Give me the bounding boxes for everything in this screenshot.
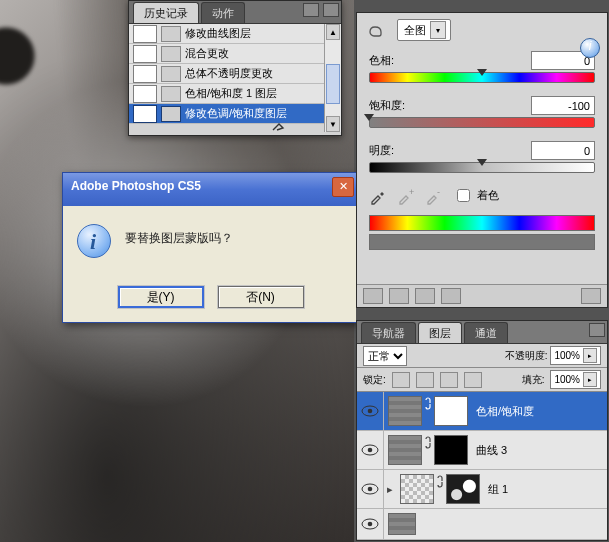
mask-thumbnail[interactable]	[446, 474, 480, 504]
spectrum-top	[369, 215, 595, 231]
visibility-icon[interactable]	[441, 288, 461, 304]
tab-history[interactable]: 历史记录	[133, 2, 199, 23]
layer-name[interactable]: 组 1	[484, 482, 508, 497]
layer-name[interactable]: 曲线 3	[472, 443, 507, 458]
link-icon[interactable]	[423, 435, 433, 453]
opacity-input[interactable]: 100% ▸	[550, 346, 601, 365]
reset-icon[interactable]	[415, 288, 435, 304]
history-scrollbar[interactable]: ▲ ▼	[324, 24, 341, 132]
history-item-label: 总体不透明度更改	[185, 66, 273, 81]
layer-row[interactable]	[357, 509, 607, 540]
layer-thumbnail[interactable]	[388, 513, 416, 535]
no-button[interactable]: 否(N)	[218, 286, 304, 308]
saturation-label: 饱和度:	[369, 98, 405, 113]
opacity-value: 100%	[554, 350, 580, 361]
history-item-selected[interactable]: 修改色调/饱和度图层	[129, 104, 324, 124]
tab-layers[interactable]: 图层	[418, 322, 462, 343]
eyedropper-icon[interactable]	[369, 187, 387, 205]
scroll-thumb[interactable]	[326, 64, 340, 104]
layer-thumbnail[interactable]	[388, 435, 422, 465]
colorize-checkbox[interactable]: 着色	[453, 186, 499, 205]
layer-row[interactable]: 色相/饱和度	[357, 392, 607, 431]
hand-icon[interactable]	[365, 19, 387, 41]
history-step-icon	[161, 26, 181, 42]
history-item[interactable]: 混合更改	[129, 44, 324, 64]
colorize-checkbox-input[interactable]	[457, 189, 470, 202]
history-item[interactable]: 色相/饱和度 1 图层	[129, 84, 324, 104]
slider-thumb-icon[interactable]	[364, 114, 374, 121]
colorize-label: 着色	[477, 188, 499, 203]
lock-position-icon[interactable]	[440, 372, 458, 388]
link-icon[interactable]	[435, 474, 445, 492]
fill-value: 100%	[554, 374, 580, 385]
delete-adjustment-icon[interactable]	[581, 288, 601, 304]
panel-info-icon[interactable]: i	[580, 38, 600, 58]
hue-slider[interactable]	[369, 72, 595, 86]
layers-panel: 导航器 图层 通道 正常 不透明度: 100% ▸ 锁定:	[356, 320, 608, 541]
panel-collapse-icon[interactable]	[303, 3, 319, 17]
lightness-value-input[interactable]	[531, 141, 595, 160]
history-item[interactable]: 修改曲线图层	[129, 24, 324, 44]
group-expand-icon[interactable]: ▸	[384, 483, 396, 496]
history-step-icon	[161, 86, 181, 102]
lock-transparent-icon[interactable]	[392, 372, 410, 388]
fill-input[interactable]: 100% ▸	[550, 370, 601, 389]
history-item-label: 修改曲线图层	[185, 26, 251, 41]
dialog-message: 要替换图层蒙版吗？	[125, 224, 233, 272]
saturation-slider-row: 饱和度:	[369, 96, 595, 131]
chevron-right-icon: ▸	[583, 372, 597, 387]
lightness-slider-row: 明度:	[369, 141, 595, 176]
scroll-up-icon[interactable]: ▲	[326, 24, 340, 40]
mask-thumbnail[interactable]	[434, 396, 468, 426]
layer-row[interactable]: 曲线 3	[357, 431, 607, 470]
saturation-slider[interactable]	[369, 117, 595, 131]
panel-close-icon[interactable]	[323, 3, 339, 17]
clip-to-layer-icon[interactable]	[363, 288, 383, 304]
hue-label: 色相:	[369, 53, 394, 68]
mask-thumbnail[interactable]	[434, 435, 468, 465]
tab-channels[interactable]: 通道	[464, 322, 508, 343]
dialog-close-button[interactable]: ✕	[332, 177, 354, 197]
saturation-value-input[interactable]	[531, 96, 595, 115]
slider-thumb-icon[interactable]	[477, 159, 487, 166]
visibility-toggle[interactable]	[357, 431, 384, 469]
eyedropper-subtract-icon[interactable]: -	[425, 187, 443, 205]
panel-menu-icon[interactable]	[589, 323, 605, 337]
spectrum-bottom	[369, 234, 595, 250]
visibility-toggle[interactable]	[357, 509, 384, 539]
lightness-label: 明度:	[369, 143, 394, 158]
lock-image-icon[interactable]	[416, 372, 434, 388]
slider-thumb-icon[interactable]	[477, 69, 487, 76]
lock-all-icon[interactable]	[464, 372, 482, 388]
eyedropper-add-icon[interactable]: +	[397, 187, 415, 205]
history-panel-tabs: 历史记录 动作	[129, 1, 341, 24]
svg-text:-: -	[437, 187, 440, 197]
svg-point-9	[368, 522, 373, 527]
history-item[interactable]: 总体不透明度更改	[129, 64, 324, 84]
layer-thumbnail[interactable]	[388, 396, 422, 426]
scroll-down-icon[interactable]: ▼	[326, 116, 340, 132]
history-brush-icon[interactable]	[271, 118, 285, 132]
lock-label: 锁定:	[363, 373, 386, 387]
panel-controls	[303, 3, 339, 17]
link-icon[interactable]	[423, 396, 433, 414]
spectrum-preview	[369, 215, 595, 250]
yes-button[interactable]: 是(Y)	[118, 286, 204, 308]
tab-actions[interactable]: 动作	[201, 2, 245, 23]
layer-name[interactable]: 色相/饱和度	[472, 404, 534, 419]
layer-row[interactable]: ▸ 组 1	[357, 470, 607, 509]
opacity-label: 不透明度:	[505, 349, 548, 363]
visibility-toggle[interactable]	[357, 470, 384, 508]
range-select-value: 全图	[404, 23, 426, 38]
hue-slider-row: 色相:	[369, 51, 595, 86]
previous-state-icon[interactable]	[389, 288, 409, 304]
blend-mode-select[interactable]: 正常	[363, 346, 407, 366]
dialog-title[interactable]: Adobe Photoshop CS5	[63, 173, 358, 206]
history-item-label: 色相/饱和度 1 图层	[185, 86, 277, 101]
tab-navigator[interactable]: 导航器	[361, 322, 416, 343]
range-select[interactable]: 全图 ▾	[397, 19, 451, 41]
lightness-slider[interactable]	[369, 162, 595, 176]
history-panel: 历史记录 动作 修改曲线图层 混合更改 总体不透明度	[128, 0, 342, 136]
group-thumbnail[interactable]	[400, 474, 434, 504]
visibility-toggle[interactable]	[357, 392, 384, 430]
